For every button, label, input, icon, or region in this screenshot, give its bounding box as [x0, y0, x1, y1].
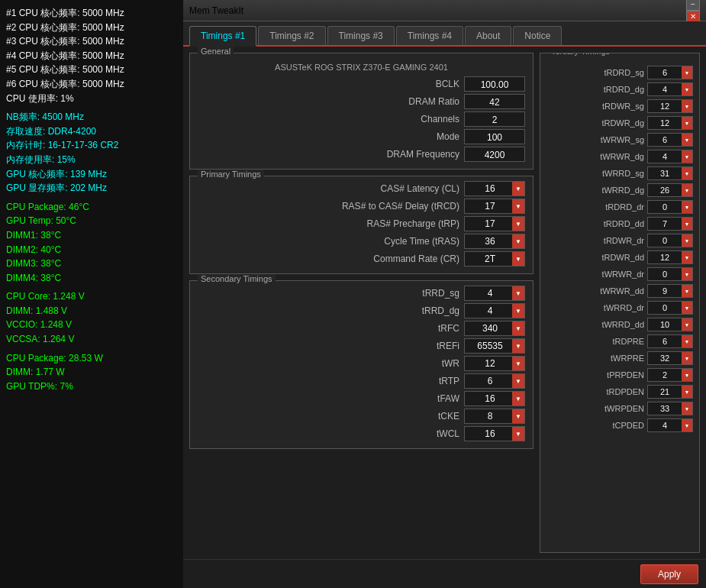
tertiary-arrow-icon[interactable]: ▼	[682, 268, 692, 280]
tertiary-arrow-icon[interactable]: ▼	[682, 318, 692, 331]
dropdown-control[interactable]: 16▼	[464, 181, 525, 196]
tertiary-control[interactable]: 0▼	[647, 267, 693, 281]
tertiary-value: 12	[648, 253, 682, 262]
dropdown-control[interactable]: 8▼	[464, 409, 525, 424]
dropdown-arrow-icon[interactable]: ▼	[512, 286, 524, 300]
tertiary-control[interactable]: 7▼	[647, 217, 693, 231]
dropdown-row: Cycle Time (tRAS)36▼	[198, 234, 525, 249]
sidebar-stat: DIMM2: 40°C	[6, 243, 177, 257]
tertiary-control[interactable]: 33▼	[647, 402, 693, 415]
dropdown-arrow-icon[interactable]: ▼	[512, 182, 524, 195]
tertiary-control[interactable]: 26▼	[647, 183, 693, 197]
dropdown-arrow-icon[interactable]: ▼	[512, 374, 524, 388]
tertiary-value: 0	[648, 202, 682, 212]
sidebar-stat: CPU Core: 1.248 V	[6, 289, 177, 304]
tertiary-arrow-icon[interactable]: ▼	[682, 66, 692, 79]
tertiary-control[interactable]: 4▼	[647, 418, 693, 432]
dropdown-arrow-icon[interactable]: ▼	[512, 304, 524, 318]
dropdown-label: RAS# to CAS# Delay (tRCD)	[198, 201, 459, 212]
tab-timings-#3[interactable]: Timings #3	[327, 26, 395, 45]
tertiary-arrow-icon[interactable]: ▼	[682, 117, 692, 129]
tertiary-arrow-icon[interactable]: ▼	[682, 285, 692, 297]
tertiary-arrow-icon[interactable]: ▼	[682, 234, 692, 247]
tertiary-arrow-icon[interactable]: ▼	[682, 251, 692, 263]
tertiary-arrow-icon[interactable]: ▼	[682, 167, 692, 179]
tertiary-control[interactable]: 2▼	[647, 368, 693, 382]
dropdown-control[interactable]: 36▼	[464, 234, 525, 249]
sidebar-stat: 存取速度: DDR4-4200	[6, 124, 177, 139]
dropdown-control[interactable]: 16▼	[464, 426, 525, 441]
minimize-button[interactable]: −	[686, 0, 700, 11]
dropdown-control[interactable]: 2T▼	[464, 251, 525, 267]
tertiary-label: tWRRD_dd	[546, 320, 644, 329]
dropdown-control[interactable]: 17▼	[464, 199, 525, 214]
dropdown-arrow-icon[interactable]: ▼	[512, 199, 524, 213]
dropdown-arrow-icon[interactable]: ▼	[512, 234, 524, 248]
tertiary-arrow-icon[interactable]: ▼	[682, 218, 692, 230]
tertiary-control[interactable]: 4▼	[647, 82, 693, 96]
dropdown-arrow-icon[interactable]: ▼	[512, 392, 524, 405]
dropdown-arrow-icon[interactable]: ▼	[512, 217, 524, 231]
dropdown-control[interactable]: 340▼	[464, 321, 525, 336]
dropdown-label: CAS# Latency (CL)	[198, 183, 459, 194]
tertiary-arrow-icon[interactable]: ▼	[682, 335, 692, 347]
tertiary-control[interactable]: 31▼	[647, 166, 693, 180]
tab-notice[interactable]: Notice	[513, 26, 562, 45]
tertiary-control[interactable]: 21▼	[647, 385, 693, 399]
tertiary-arrow-icon[interactable]: ▼	[682, 134, 692, 146]
tertiary-arrow-icon[interactable]: ▼	[682, 369, 692, 381]
dropdown-row: Command Rate (CR)2T▼	[198, 251, 525, 267]
tertiary-control[interactable]: 6▼	[647, 334, 693, 348]
tertiary-control[interactable]: 9▼	[647, 284, 693, 298]
tertiary-arrow-icon[interactable]: ▼	[682, 150, 692, 163]
tertiary-control[interactable]: 6▼	[647, 66, 693, 79]
dropdown-arrow-icon[interactable]: ▼	[512, 357, 524, 370]
dropdown-arrow-icon[interactable]: ▼	[512, 339, 524, 353]
tertiary-arrow-icon[interactable]: ▼	[682, 83, 692, 95]
tertiary-control[interactable]: 12▼	[647, 116, 693, 130]
tertiary-control[interactable]: 0▼	[647, 234, 693, 247]
dropdown-value: 17	[465, 218, 512, 229]
dropdown-control[interactable]: 65535▼	[464, 338, 525, 354]
tertiary-control[interactable]: 32▼	[647, 351, 693, 365]
tertiary-arrow-icon[interactable]: ▼	[682, 184, 692, 196]
tertiary-control[interactable]: 0▼	[647, 301, 693, 315]
tertiary-label: tRDRD_sg	[546, 68, 644, 77]
field-label: BCLK	[198, 79, 459, 89]
tab-timings-#2[interactable]: Timings #2	[258, 26, 325, 45]
dropdown-control[interactable]: 16▼	[464, 391, 525, 406]
dropdown-arrow-icon[interactable]: ▼	[512, 321, 524, 335]
tab-about[interactable]: About	[465, 26, 511, 45]
tertiary-label: tRDRD_dr	[546, 202, 644, 212]
tertiary-label: tRDWR_sg	[546, 102, 644, 111]
dropdown-control[interactable]: 4▼	[464, 286, 525, 301]
tertiary-arrow-icon[interactable]: ▼	[682, 419, 692, 431]
tab-timings-#4[interactable]: Timings #4	[396, 26, 463, 45]
tertiary-control[interactable]: 10▼	[647, 318, 693, 331]
dropdown-control[interactable]: 6▼	[464, 373, 525, 389]
dropdown-control[interactable]: 12▼	[464, 356, 525, 371]
tertiary-control[interactable]: 12▼	[647, 99, 693, 113]
tertiary-arrow-icon[interactable]: ▼	[682, 402, 692, 415]
tertiary-control[interactable]: 12▼	[647, 250, 693, 264]
dropdown-label: tRFC	[198, 323, 459, 334]
tertiary-control[interactable]: 6▼	[647, 133, 693, 147]
dropdown-arrow-icon[interactable]: ▼	[512, 427, 524, 441]
dropdown-control[interactable]: 17▼	[464, 216, 525, 231]
dropdown-control[interactable]: 4▼	[464, 303, 525, 318]
dropdown-value: 16	[465, 183, 512, 194]
tertiary-arrow-icon[interactable]: ▼	[682, 352, 692, 364]
tertiary-arrow-icon[interactable]: ▼	[682, 302, 692, 314]
tertiary-arrow-icon[interactable]: ▼	[682, 386, 692, 398]
tertiary-row: tWRWR_dd9▼	[546, 283, 693, 298]
tertiary-arrow-icon[interactable]: ▼	[682, 201, 692, 213]
dropdown-arrow-icon[interactable]: ▼	[512, 409, 524, 423]
tertiary-row: tWRRD_sg31▼	[546, 165, 693, 180]
tab-timings-#1[interactable]: Timings #1	[189, 26, 256, 47]
apply-button[interactable]: Apply	[640, 564, 698, 584]
tertiary-control[interactable]: 4▼	[647, 150, 693, 163]
tertiary-row: tWRWR_dr0▼	[546, 266, 693, 281]
tertiary-control[interactable]: 0▼	[647, 200, 693, 214]
tertiary-arrow-icon[interactable]: ▼	[682, 100, 692, 112]
dropdown-arrow-icon[interactable]: ▼	[512, 252, 524, 266]
